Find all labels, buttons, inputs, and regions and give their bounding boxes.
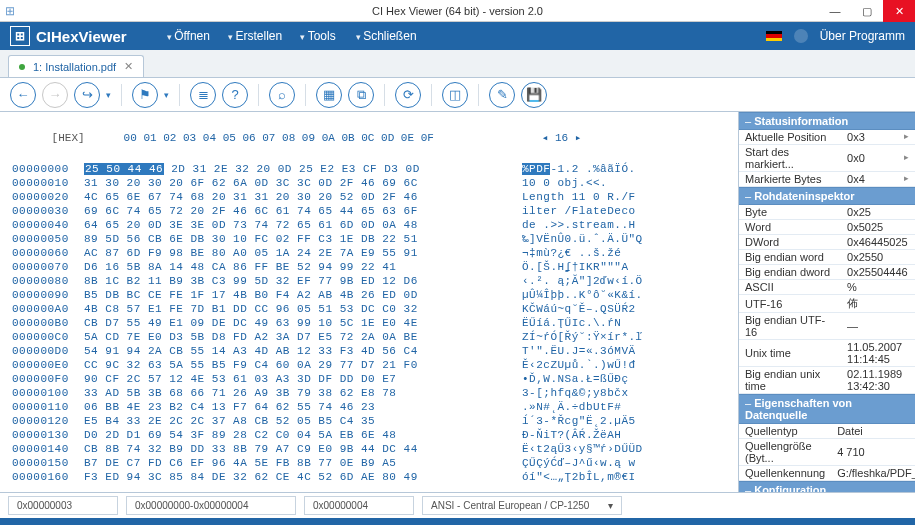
hex-row[interactable]: 000000C05A CD 7E E0 D3 5B D8 FD A2 3A D7… — [12, 330, 730, 344]
hex-label: [HEX] — [52, 131, 124, 146]
nav-forward-button: → — [42, 82, 68, 108]
side-row: Markierte Bytes0x4▸ — [739, 172, 915, 187]
hex-row[interactable]: 00000140CB 8B 74 32 B9 DD 33 8B 79 A7 C9… — [12, 442, 730, 456]
toolbar: ← → ↪ ▾ ⚑ ▾ ≣ ? ⌕ ▦ ⧉ ⟳ ◫ ✎ 💾 — [0, 78, 915, 112]
hex-col-header: 00 01 02 03 04 05 06 07 08 09 0A 0B 0C 0… — [124, 131, 532, 146]
hex-row[interactable]: 0000004064 65 20 0D 3E 3E 0D 73 74 72 65… — [12, 218, 730, 232]
hex-row[interactable]: 00000160F3 ED 94 3C 85 84 DE 32 62 CE 4C… — [12, 470, 730, 484]
app-logo: ⊞ CIHexViewer — [10, 26, 127, 46]
side-row: Big endian word0x2550 — [739, 250, 915, 265]
hex-row[interactable]: 000000F090 CF 2C 57 12 4E 53 61 03 A3 3D… — [12, 372, 730, 386]
hex-page-nav[interactable]: ◂ 16 ▸ — [532, 131, 592, 146]
titlebar: ⊞ CI Hex Viewer (64 bit) - version 2.0 —… — [0, 0, 915, 22]
hex-row[interactable]: 0000000025 50 44 46 2D 31 2E 32 20 0D 25… — [12, 162, 730, 176]
section-raw[interactable]: Rohdateninspektor — [739, 187, 915, 205]
list-button[interactable]: ≣ — [190, 82, 216, 108]
side-row: Big endian unix time02.11.1989 13:42:30 — [739, 367, 915, 394]
menu-close[interactable]: Schließen — [356, 29, 417, 43]
bookmark-button[interactable]: ⚑ — [132, 82, 158, 108]
status-position: 0x00000003 — [8, 496, 118, 515]
hex-row[interactable]: 000000D054 91 94 2A CB 55 14 A3 4D AB 12… — [12, 344, 730, 358]
status-length: 0x00000004 — [304, 496, 414, 515]
redo-button[interactable]: ↪ — [74, 82, 100, 108]
nav-back-button[interactable]: ← — [10, 82, 36, 108]
hex-row[interactable]: 00000060AC 87 6D F9 98 BE 80 A0 05 1A 24… — [12, 246, 730, 260]
save-button[interactable]: 💾 — [521, 82, 547, 108]
hex-row[interactable]: 0000003069 6C 74 65 72 20 2F 46 6C 61 74… — [12, 204, 730, 218]
bottom-bar — [0, 518, 915, 525]
side-row: DWord0x46445025 — [739, 235, 915, 250]
statusbar: 0x00000003 0x00000000-0x00000004 0x00000… — [0, 492, 915, 518]
menu-about[interactable]: Über Programm — [820, 29, 905, 43]
hex-row[interactable]: 0000001031 30 20 30 20 6F 62 6A 0D 3C 3C… — [12, 176, 730, 190]
hex-row[interactable]: 0000005089 5D 56 CB 6E DB 30 10 FC 02 FF… — [12, 232, 730, 246]
hex-view[interactable]: [HEX]00 01 02 03 04 05 06 07 08 09 0A 0B… — [0, 112, 738, 492]
close-button[interactable]: ✕ — [883, 0, 915, 22]
side-row: ASCII% — [739, 280, 915, 295]
hex-row[interactable]: 000000808B 1C B2 11 B9 3B C3 99 5D 32 EF… — [12, 274, 730, 288]
datasource-table: QuellentypDateiQuellengröße (Byt...4 710… — [739, 424, 915, 481]
side-row: Byte0x25 — [739, 205, 915, 220]
status-range: 0x00000000-0x00000004 — [126, 496, 296, 515]
maximize-button[interactable]: ▢ — [851, 0, 883, 22]
section-config[interactable]: Konfiguration — [739, 481, 915, 492]
app-icon: ⊞ — [0, 4, 20, 18]
side-row: QuellenkennungG:/fleshka/PDF_Docu — [739, 466, 915, 481]
side-row: Start des markiert...0x0▸ — [739, 145, 915, 172]
hex-row[interactable]: 00000120E5 B4 33 2E 2C 2C 37 A8 CB 52 05… — [12, 414, 730, 428]
side-row: Quellengröße (Byt...4 710 — [739, 439, 915, 466]
menubar: ⊞ CIHexViewer Öffnen Erstellen Tools Sch… — [0, 22, 915, 50]
side-row: QuellentypDatei — [739, 424, 915, 439]
hex-row[interactable]: 000000E0CC 9C 32 63 5A 55 B5 F9 C4 60 0A… — [12, 358, 730, 372]
tab-label: 1: Installation.pdf — [33, 61, 116, 73]
menu-tools[interactable]: Tools — [300, 29, 336, 43]
status-table: Aktuelle Position0x3▸Start des markiert.… — [739, 130, 915, 187]
section-status[interactable]: Statusinformation — [739, 112, 915, 130]
hex-row[interactable]: 0000011006 BB 4E 23 B2 C4 13 F7 64 62 55… — [12, 400, 730, 414]
side-row: Unix time11.05.2007 11:14:45 — [739, 340, 915, 367]
section-datasource[interactable]: Eigenschaften von Datenquelle — [739, 394, 915, 424]
hex-row[interactable]: 00000070D6 16 5B 8A 14 48 CA 86 FF BE 52… — [12, 260, 730, 274]
minimize-button[interactable]: — — [819, 0, 851, 22]
flag-icon[interactable] — [766, 31, 782, 41]
side-panel: Statusinformation Aktuelle Position0x3▸S… — [738, 112, 915, 492]
status-encoding[interactable]: ANSI - Central European / CP-1250▾ — [422, 496, 622, 515]
hex-row[interactable]: 000000A04B C8 57 E1 FE 7D B1 DD CC 96 05… — [12, 302, 730, 316]
side-row: UTF-16佈 — [739, 295, 915, 313]
logo-icon: ⊞ — [10, 26, 30, 46]
copy-button[interactable]: ⧉ — [348, 82, 374, 108]
refresh-button[interactable]: ⟳ — [395, 82, 421, 108]
grid-button[interactable]: ▦ — [316, 82, 342, 108]
side-row: Big endian dword0x25504446 — [739, 265, 915, 280]
hex-row[interactable]: 0000010033 AD 5B 3B 68 66 71 26 A9 3B 79… — [12, 386, 730, 400]
window-title: CI Hex Viewer (64 bit) - version 2.0 — [372, 5, 543, 17]
tab-status-dot — [19, 64, 25, 70]
tab-close-icon[interactable]: ✕ — [124, 60, 133, 73]
search-button[interactable]: ⌕ — [269, 82, 295, 108]
document-tab[interactable]: 1: Installation.pdf ✕ — [8, 55, 144, 77]
side-row: Aktuelle Position0x3▸ — [739, 130, 915, 145]
hex-row[interactable]: 00000090B5 DB BC CE FE 1F 17 4B B0 F4 A2… — [12, 288, 730, 302]
hex-row[interactable]: 000000B0CB D7 55 49 E1 09 DE DC 49 63 99… — [12, 316, 730, 330]
side-row: Big endian UTF-16— — [739, 313, 915, 340]
user-icon[interactable] — [794, 29, 808, 43]
menu-create[interactable]: Erstellen — [228, 29, 282, 43]
app-name: CIHexViewer — [36, 28, 127, 45]
menu-open[interactable]: Öffnen — [167, 29, 210, 43]
help-button[interactable]: ? — [222, 82, 248, 108]
hex-row[interactable]: 00000130D0 2D D1 69 54 3F 89 28 C2 C0 04… — [12, 428, 730, 442]
hex-row[interactable]: 000000204C 65 6E 67 74 68 20 31 31 20 30… — [12, 190, 730, 204]
side-row: Word0x5025 — [739, 220, 915, 235]
edit-button[interactable]: ✎ — [489, 82, 515, 108]
columns-button[interactable]: ◫ — [442, 82, 468, 108]
hex-row[interactable]: 00000150B7 DE C7 FD C6 EF 96 4A 5E FB 8B… — [12, 456, 730, 470]
tabbar: 1: Installation.pdf ✕ — [0, 50, 915, 78]
raw-table: Byte0x25Word0x5025DWord0x46445025Big end… — [739, 205, 915, 394]
